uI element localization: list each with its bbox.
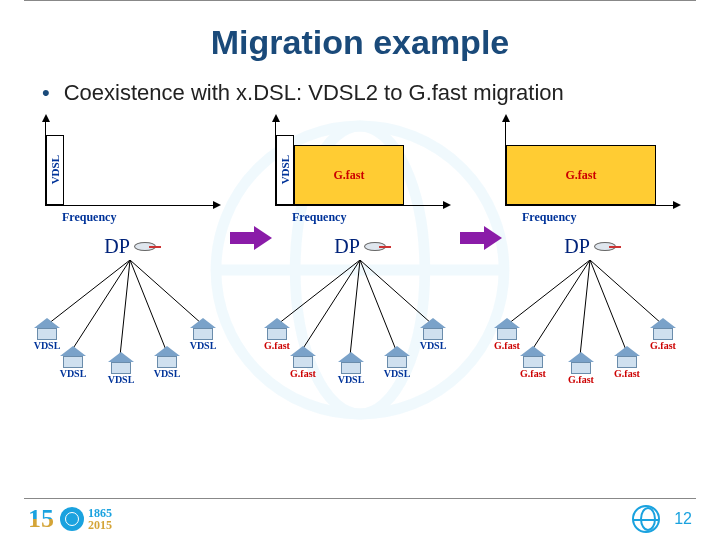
svg-line-10 <box>350 260 360 356</box>
itu-globe-icon <box>632 505 660 533</box>
house-icon: G.fast <box>288 346 318 379</box>
itu-anniversary-logo: 15 1865 2015 <box>28 504 112 534</box>
dp-row: DP <box>104 235 156 258</box>
itu-badge-icon <box>60 507 84 531</box>
dp-node-icon <box>134 242 156 251</box>
svg-line-17 <box>590 260 662 324</box>
svg-line-7 <box>130 260 202 324</box>
dp-label: DP <box>334 235 360 258</box>
house-icon: VDSL <box>382 346 412 379</box>
dp-row: DP <box>334 235 386 258</box>
dp-row: DP <box>564 235 616 258</box>
svg-line-4 <box>72 260 130 350</box>
top-rule <box>24 0 696 1</box>
svg-line-11 <box>360 260 396 350</box>
dp-node-icon <box>594 242 616 251</box>
svg-line-15 <box>580 260 590 356</box>
x-axis-arrow-icon <box>673 201 681 209</box>
stage-2: VDSL G.fast Frequency DP G.fast G.fast V… <box>260 118 460 380</box>
dp-label: DP <box>104 235 130 258</box>
bullet-dot: • <box>42 80 50 105</box>
x-axis-label: Frequency <box>292 210 346 225</box>
y-axis-arrow-icon <box>502 114 510 122</box>
x-axis-arrow-icon <box>443 201 451 209</box>
stages-row: VDSL Frequency DP VDSL VDSL VDSL VDSL VD… <box>0 118 720 380</box>
house-icon: G.fast <box>518 346 548 379</box>
y-axis-arrow-icon <box>272 114 280 122</box>
svg-line-16 <box>590 260 626 350</box>
footer: 15 1865 2015 12 <box>0 498 720 534</box>
house-fan: G.fast G.fast VDSL VDSL VDSL <box>260 260 460 380</box>
spectrum-plot: VDSL G.fast <box>275 118 445 206</box>
stage-1: VDSL Frequency DP VDSL VDSL VDSL VDSL VD… <box>30 118 230 380</box>
house-icon: VDSL <box>336 352 366 385</box>
footer-right: 12 <box>632 505 692 533</box>
migration-arrow-icon <box>460 228 490 248</box>
y-axis-arrow-icon <box>42 114 50 122</box>
house-fan: VDSL VDSL VDSL VDSL VDSL <box>30 260 230 380</box>
x-axis-label: Frequency <box>522 210 576 225</box>
vdsl-band: VDSL <box>276 135 294 205</box>
footer-rule <box>24 498 696 499</box>
house-icon: G.fast <box>566 352 596 385</box>
slide-title: Migration example <box>0 23 720 62</box>
bullet-text: Coexistence with x.DSL: VDSL2 to G.fast … <box>64 80 564 105</box>
house-icon: VDSL <box>106 352 136 385</box>
svg-line-3 <box>48 260 130 324</box>
x-axis-label: Frequency <box>62 210 116 225</box>
house-icon: G.fast <box>648 318 678 351</box>
svg-line-12 <box>360 260 432 324</box>
gfast-band: G.fast <box>506 145 656 205</box>
house-icon: VDSL <box>188 318 218 351</box>
house-icon: VDSL <box>418 318 448 351</box>
x-axis-arrow-icon <box>213 201 221 209</box>
spectrum-plot: G.fast <box>505 118 675 206</box>
svg-line-14 <box>532 260 590 350</box>
svg-line-5 <box>120 260 130 356</box>
dp-node-icon <box>364 242 386 251</box>
vdsl-band: VDSL <box>46 135 64 205</box>
spectrum-plot: VDSL <box>45 118 215 206</box>
svg-line-9 <box>302 260 360 350</box>
house-icon: VDSL <box>58 346 88 379</box>
page-number: 12 <box>674 510 692 528</box>
svg-line-13 <box>508 260 590 324</box>
migration-arrow-icon <box>230 228 260 248</box>
stage-3: G.fast Frequency DP G.fast G.fast G.fast… <box>490 118 690 380</box>
dp-label: DP <box>564 235 590 258</box>
house-fan: G.fast G.fast G.fast G.fast G.fast <box>490 260 690 380</box>
bullet-row: •Coexistence with x.DSL: VDSL2 to G.fast… <box>42 80 678 106</box>
house-icon: G.fast <box>612 346 642 379</box>
anniversary-years: 1865 2015 <box>88 507 112 531</box>
gfast-band: G.fast <box>294 145 404 205</box>
svg-line-6 <box>130 260 166 350</box>
house-icon: VDSL <box>152 346 182 379</box>
anniversary-number: 15 <box>28 504 54 534</box>
svg-line-8 <box>278 260 360 324</box>
